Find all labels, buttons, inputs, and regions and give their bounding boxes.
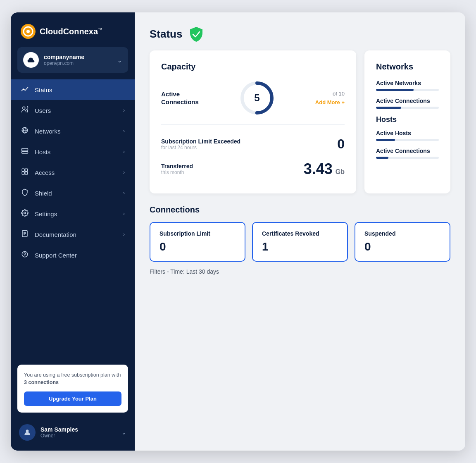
sidebar: CloudConnexa™ companyname openvpn.com ⌄: [11, 12, 135, 451]
sidebar-item-shield[interactable]: Shield ›: [11, 183, 135, 203]
active-connections-bar-fill: [376, 107, 401, 109]
capacity-title: Capacity: [161, 62, 345, 72]
transferred-value: 3.43: [304, 160, 333, 178]
user-name: Sam Samples: [40, 426, 78, 433]
cloudconnexa-logo-icon: [21, 24, 36, 39]
sidebar-item-documentation[interactable]: Documentation ›: [11, 224, 135, 245]
connections-section: Connections Subscription Limit 0 Certifi…: [150, 205, 450, 275]
upgrade-text: You are using a free subscription plan w…: [24, 371, 121, 387]
active-connections-hosts-bar-bg: [376, 157, 439, 159]
sidebar-item-label-users: Users: [35, 107, 51, 114]
sidebar-item-networks[interactable]: Networks ›: [11, 121, 135, 141]
conn-card-label-1: Certificates Revoked: [262, 230, 338, 237]
active-connections-hosts-metric: Active Connections: [376, 148, 439, 159]
conn-card-label-0: Subscription Limit: [159, 230, 236, 237]
users-chevron-icon: ›: [123, 107, 125, 113]
sub-limit-label: Subscription Limit Exceeded: [161, 138, 240, 145]
main-body: Capacity ActiveConnections 5: [135, 50, 465, 290]
active-connections-hosts-label: Active Connections: [376, 148, 439, 154]
support-icon: [21, 251, 29, 260]
svg-point-3: [23, 107, 25, 109]
active-connections-metric: Active Connections: [376, 98, 439, 109]
hosts-icon: [21, 147, 29, 156]
sidebar-item-label-settings: Settings: [35, 210, 57, 217]
page-header: Status: [135, 12, 465, 50]
top-cards-row: Capacity ActiveConnections 5: [150, 50, 450, 193]
user-chevron-icon: ⌄: [121, 429, 126, 436]
access-chevron-icon: ›: [123, 169, 125, 175]
sidebar-item-settings[interactable]: Settings ›: [11, 203, 135, 224]
networks-chevron-icon: ›: [123, 128, 125, 134]
sidebar-item-support[interactable]: Support Center: [11, 245, 135, 265]
documentation-icon: [21, 230, 29, 239]
svg-point-8: [23, 149, 24, 150]
active-hosts-bar-fill: [376, 139, 395, 141]
sidebar-item-label-networks: Networks: [35, 128, 61, 135]
user-role: Owner: [40, 433, 78, 439]
transferred-label: Transferred: [161, 163, 193, 169]
active-networks-bar-bg: [376, 89, 439, 91]
cloud-icon: [27, 56, 35, 64]
svg-point-2: [26, 30, 30, 33]
sidebar-item-access[interactable]: Access ›: [11, 162, 135, 183]
active-networks-label: Active Networks: [376, 80, 439, 86]
subscription-limit-card: Subscription Limit 0: [150, 222, 245, 262]
documentation-chevron-icon: ›: [123, 232, 125, 237]
active-networks-metric: Active Networks: [376, 80, 439, 91]
user-info: Sam Samples Owner: [40, 426, 78, 439]
settings-icon: [21, 209, 29, 218]
sidebar-item-label-status: Status: [35, 86, 52, 93]
sub-limit-sub: for last 24 hours: [161, 145, 240, 150]
active-hosts-bar-bg: [376, 139, 439, 141]
networks-title: Networks: [376, 62, 439, 72]
hosts-metrics: Active Hosts Active Connections: [376, 130, 439, 159]
hosts-chevron-icon: ›: [123, 149, 125, 155]
app-window: CloudConnexa™ companyname openvpn.com ⌄: [11, 12, 465, 451]
svg-rect-10: [22, 169, 24, 171]
transferred-sub: this month: [161, 169, 193, 175]
svg-rect-11: [25, 169, 28, 171]
sidebar-item-hosts[interactable]: Hosts ›: [11, 141, 135, 162]
active-connections-bar-bg: [376, 107, 439, 109]
status-icon: [21, 85, 29, 94]
hosts-title: Hosts: [376, 115, 439, 124]
filters-text: Filters - Time: Last 30 days: [150, 268, 450, 275]
svg-rect-12: [22, 172, 24, 174]
sub-limit-value: 0: [337, 136, 345, 152]
company-info: companyname openvpn.com: [44, 54, 112, 66]
user-profile[interactable]: Sam Samples Owner ⌄: [11, 418, 135, 451]
shield-chevron-icon: ›: [123, 190, 125, 196]
shield-icon: [21, 189, 29, 198]
svg-point-20: [25, 255, 25, 256]
active-hosts-metric: Active Hosts: [376, 130, 439, 141]
sidebar-item-label-hosts: Hosts: [35, 148, 50, 155]
user-avatar: [19, 424, 36, 441]
active-networks-bar-fill: [376, 89, 414, 91]
sidebar-logo: CloudConnexa™: [11, 12, 135, 47]
connections-donut-chart: 5: [239, 80, 275, 116]
active-connections-label-net: Active Connections: [376, 98, 439, 104]
upgrade-button[interactable]: Upgrade Your Plan: [24, 391, 121, 406]
hosts-section: Hosts Active Hosts Active Connections: [376, 115, 439, 159]
company-selector[interactable]: companyname openvpn.com ⌄: [17, 47, 128, 73]
connections-cards-row: Subscription Limit 0 Certificates Revoke…: [150, 222, 450, 262]
sidebar-item-status[interactable]: Status: [11, 79, 135, 100]
company-chevron-icon: ⌄: [117, 56, 122, 64]
sidebar-item-label-support: Support Center: [35, 252, 77, 259]
upgrade-box: You are using a free subscription plan w…: [17, 365, 128, 413]
sidebar-nav: Status Users › Networks ›: [11, 76, 135, 360]
app-name: CloudConnexa™: [40, 27, 102, 36]
main-content: Status Capacity ActiveConnections: [135, 12, 465, 451]
donut-value: 5: [254, 92, 259, 104]
conn-card-value-2: 0: [364, 240, 440, 253]
networks-icon: [21, 126, 29, 136]
company-name: companyname: [44, 54, 112, 60]
users-icon: [21, 106, 29, 115]
page-title: Status: [150, 28, 182, 41]
subscription-limit-row: Subscription Limit Exceeded for last 24 …: [161, 132, 345, 156]
sidebar-item-users[interactable]: Users ›: [11, 100, 135, 121]
settings-chevron-icon: ›: [123, 211, 125, 217]
certificates-revoked-card: Certificates Revoked 1: [252, 222, 348, 262]
add-more-link[interactable]: Add More +: [315, 99, 345, 105]
conn-card-value-1: 1: [262, 240, 338, 253]
